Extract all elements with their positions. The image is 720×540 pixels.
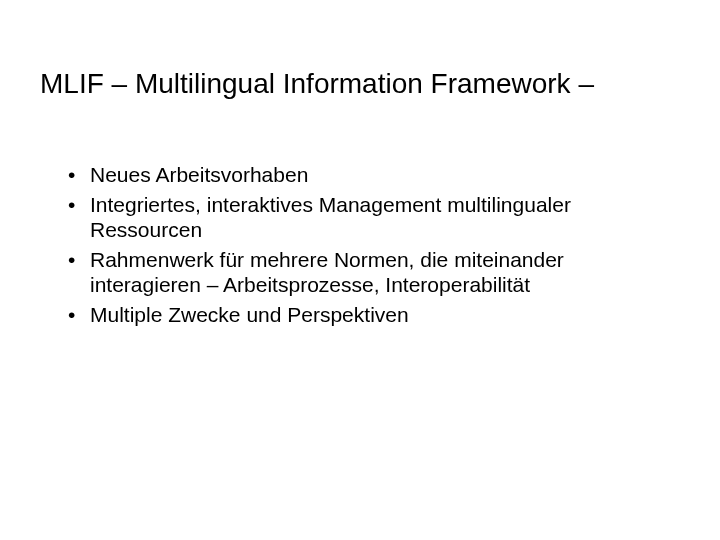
list-item: Neues Arbeitsvorhaben xyxy=(68,162,680,188)
list-item: Multiple Zwecke und Perspektiven xyxy=(68,302,680,328)
bullet-list: Neues Arbeitsvorhaben Integriertes, inte… xyxy=(40,162,680,328)
list-item: Integriertes, interaktives Management mu… xyxy=(68,192,680,243)
slide-container: MLIF – Multilingual Information Framewor… xyxy=(0,0,720,540)
slide-title: MLIF – Multilingual Information Framewor… xyxy=(40,68,680,100)
list-item: Rahmenwerk für mehrere Normen, die mitei… xyxy=(68,247,680,298)
